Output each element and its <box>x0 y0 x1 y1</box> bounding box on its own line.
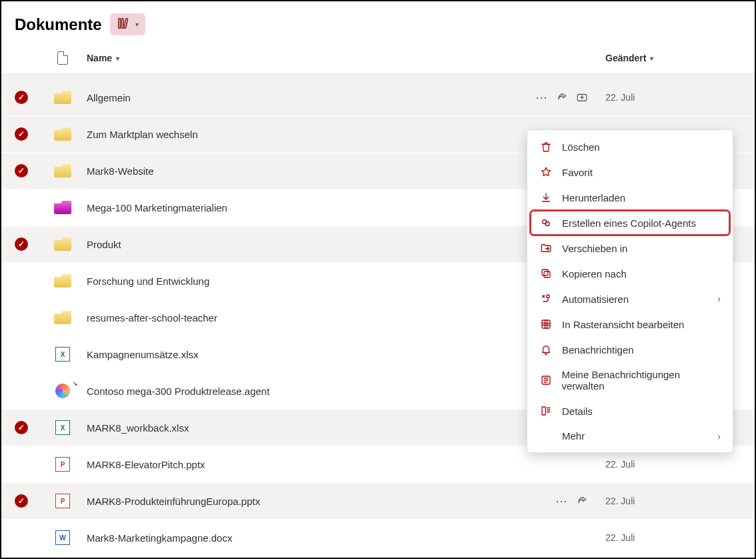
context-menu: LöschenFavoritHerunterladenErstellen ein… <box>527 129 733 453</box>
menu-item-automate[interactable]: Automatisieren› <box>527 286 733 312</box>
chevron-right-icon: › <box>717 431 721 442</box>
column-header-changed[interactable]: Geändert ▾ <box>588 53 741 63</box>
download-icon <box>539 191 553 203</box>
column-header-name[interactable]: Name ▾ <box>73 53 508 63</box>
file-type-icon: W <box>52 530 73 545</box>
file-name-label: Forschung und Entwicklung <box>87 275 209 287</box>
row-selected-check-icon[interactable]: ✓ <box>15 91 28 104</box>
file-name-label: Mark8-Marketingkampagne.docx <box>87 532 232 544</box>
row-more-button[interactable]: ⋯ <box>555 494 568 508</box>
svg-point-8 <box>547 295 550 298</box>
menu-item-label: Automatisieren <box>562 294 629 305</box>
changed-date-label: 22. Juli <box>605 92 635 103</box>
flow-icon <box>539 293 553 305</box>
trash-icon <box>539 141 553 153</box>
menu-item-create-agent[interactable]: Erstellen eines Copilot-Agents <box>530 210 730 235</box>
menu-item-notify[interactable]: Benachrichtigen <box>527 337 733 362</box>
column-header-row: Name ▾ Geändert ▾ <box>1 43 755 73</box>
menu-item-move-to[interactable]: Verschieben in <box>527 235 733 261</box>
column-header-changed-label: Geändert <box>605 53 646 63</box>
folder-move-icon <box>539 242 553 254</box>
chevron-down-icon: ▾ <box>116 55 119 62</box>
file-type-icon <box>52 311 73 324</box>
svg-rect-1 <box>121 19 123 29</box>
file-row[interactable]: ✓PMARK8-ProdukteinführungEuropa.pptx⋯22.… <box>1 483 755 520</box>
file-name-label: Contoso mega-300 Produktrelease.agent <box>87 386 269 397</box>
svg-rect-2 <box>124 19 128 29</box>
svg-point-5 <box>545 222 549 226</box>
menu-item-details[interactable]: Details <box>527 398 733 424</box>
menu-item-label: Meine Benachrichtigungen verwalten <box>561 369 721 392</box>
file-name-label: Zum Marktplan wechseln <box>87 129 198 140</box>
file-type-icon <box>52 237 73 251</box>
changed-date-label: 22. Juli <box>605 532 635 543</box>
details-icon <box>539 405 553 417</box>
file-name-label: Produkt <box>87 239 121 250</box>
menu-item-copy-to[interactable]: Kopieren nach <box>527 261 733 286</box>
file-row[interactable]: WMark8-Marketingkampagne.docx22. Juli <box>1 520 755 556</box>
file-type-icon: X <box>52 347 73 362</box>
row-selected-check-icon[interactable]: ✓ <box>15 494 28 508</box>
changed-date-label: 22. Juli <box>605 459 635 470</box>
svg-rect-7 <box>542 269 548 275</box>
changed-date-label: 22. Juli <box>605 496 635 506</box>
chevron-right-icon: › <box>717 294 721 304</box>
file-type-icon: P <box>52 494 73 508</box>
shortcut-badge-icon: ↘ <box>72 380 77 387</box>
menu-item-label: Erstellen eines Copilot-Agents <box>562 217 696 229</box>
svg-rect-11 <box>542 407 545 415</box>
file-name-label: Kampagnenumsätze.xlsx <box>87 349 199 360</box>
row-more-button[interactable]: ⋯ <box>535 90 548 105</box>
share-icon[interactable] <box>556 91 568 103</box>
file-type-header-icon <box>57 51 68 65</box>
row-selected-check-icon[interactable]: ✓ <box>15 164 28 177</box>
chevron-down-icon: ▾ <box>135 21 139 28</box>
menu-item-download[interactable]: Herunterladen <box>527 185 733 210</box>
column-header-name-label: Name <box>87 53 112 63</box>
row-selected-check-icon[interactable]: ✓ <box>15 237 28 251</box>
file-type-icon: P <box>52 457 73 472</box>
menu-item-label: Verschieben in <box>562 243 627 254</box>
svg-rect-0 <box>118 19 120 29</box>
menu-item-more[interactable]: Mehr› <box>527 424 733 448</box>
file-name-label: Mega-100 Marketingmaterialien <box>87 202 227 213</box>
file-type-icon <box>52 274 73 288</box>
svg-rect-9 <box>542 320 550 328</box>
menu-item-label: Herunterladen <box>562 192 625 203</box>
chevron-down-icon: ▾ <box>650 55 653 62</box>
menu-item-grid-edit[interactable]: In Rasteransicht bearbeiten <box>527 312 733 337</box>
file-type-icon <box>52 91 73 104</box>
file-name-label: resumes-after-school-teacher <box>87 312 217 324</box>
menu-item-manage-notif[interactable]: Meine Benachrichtigungen verwalten <box>527 362 733 398</box>
add-to-library-icon[interactable] <box>576 91 588 103</box>
bell-icon <box>539 344 553 356</box>
file-name-label: MARK8-ElevatorPitch.pptx <box>87 459 205 470</box>
menu-item-label: Mehr <box>562 430 585 442</box>
row-selected-check-icon[interactable]: ✓ <box>15 127 28 141</box>
library-switcher[interactable]: ▾ <box>110 13 145 35</box>
file-type-icon <box>52 127 73 141</box>
menu-item-label: Kopieren nach <box>562 268 627 280</box>
menu-item-delete[interactable]: Löschen <box>527 134 733 159</box>
library-icon <box>117 16 131 33</box>
file-name-label: Allgemein <box>87 92 131 103</box>
share-icon[interactable] <box>576 495 588 507</box>
menu-item-label: In Rasteransicht bearbeiten <box>562 319 684 330</box>
alert-list-icon <box>539 374 552 386</box>
file-name-label: MARK8-ProdukteinführungEuropa.pptx <box>87 496 260 507</box>
menu-item-favorite[interactable]: Favorit <box>527 159 733 185</box>
menu-item-label: Favorit <box>562 167 593 178</box>
file-name-label: Mark8-Website <box>87 165 154 177</box>
file-row[interactable]: ✓Allgemein⋯22. Juli <box>1 79 755 116</box>
file-type-icon: X <box>52 420 73 435</box>
file-name-label: MARK8_workback.xlsx <box>87 422 189 434</box>
file-type-icon <box>52 164 73 177</box>
menu-item-label: Löschen <box>562 141 600 153</box>
row-selected-check-icon[interactable]: ✓ <box>15 421 28 434</box>
svg-rect-6 <box>544 271 550 277</box>
copilot-icon <box>539 217 553 229</box>
file-type-icon: ↘ <box>52 384 73 398</box>
copy-icon <box>539 267 553 280</box>
page-title: Dokumente <box>15 15 102 34</box>
grid-icon <box>539 318 553 330</box>
